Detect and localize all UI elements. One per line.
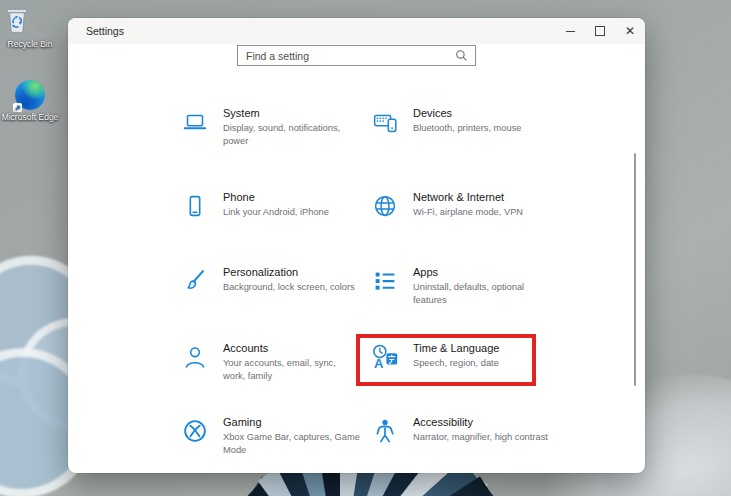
close-button[interactable]: ✕ xyxy=(615,18,645,44)
tile-title: Accessibility xyxy=(413,416,548,428)
tile-subtitle: Background, lock screen, colors xyxy=(223,281,355,294)
minimize-icon xyxy=(566,31,575,32)
paintbrush-icon xyxy=(180,266,210,296)
tile-subtitle: Display, sound, notifications, power xyxy=(223,122,360,148)
settings-search-box xyxy=(237,45,476,66)
tile-title: Apps xyxy=(413,266,550,278)
tile-title: Network & Internet xyxy=(413,191,523,203)
xbox-icon xyxy=(180,416,210,446)
settings-tile-time-language[interactable]: A Time & Language Speech, region, date xyxy=(370,341,550,372)
tile-title: Devices xyxy=(413,107,522,119)
settings-tile-gaming[interactable]: Gaming Xbox Game Bar, captures, Game Mod… xyxy=(180,415,360,457)
tile-title: Time & Language xyxy=(413,342,499,354)
scrollbar[interactable] xyxy=(634,153,636,386)
clock-language-icon: A xyxy=(370,342,400,372)
minimize-button[interactable] xyxy=(555,18,585,44)
edge-logo-icon: ↗ xyxy=(15,80,45,110)
settings-tile-devices[interactable]: Devices Bluetooth, printers, mouse xyxy=(370,106,550,137)
settings-tile-apps[interactable]: Apps Uninstall, defaults, optional featu… xyxy=(370,265,550,307)
tile-subtitle: Your accounts, email, sync, work, family xyxy=(223,357,360,383)
tile-subtitle: Narrator, magnifier, high contrast xyxy=(413,431,548,444)
settings-tile-personalization[interactable]: Personalization Background, lock screen,… xyxy=(180,265,360,296)
desktop-icon-label: Recycle Bin xyxy=(1,39,59,50)
close-icon: ✕ xyxy=(625,25,635,37)
accessibility-person-icon xyxy=(370,416,400,446)
phone-icon xyxy=(180,191,210,221)
desktop-icon-label: Microsoft Edge xyxy=(1,112,59,123)
tile-title: Gaming xyxy=(223,416,360,428)
settings-window: Settings ✕ System Display, s xyxy=(68,18,645,473)
maximize-button[interactable] xyxy=(585,18,615,44)
settings-tile-phone[interactable]: Phone Link your Android, iPhone xyxy=(180,190,360,221)
tile-title: Personalization xyxy=(223,266,355,278)
globe-icon xyxy=(370,191,400,221)
tile-subtitle: Xbox Game Bar, captures, Game Mode xyxy=(223,431,360,457)
tile-subtitle: Uninstall, defaults, optional features xyxy=(413,281,550,307)
tile-subtitle: Link your Android, iPhone xyxy=(223,206,329,219)
keyboard-icon xyxy=(370,107,400,137)
tile-subtitle: Speech, region, date xyxy=(413,357,499,370)
maximize-icon xyxy=(595,26,605,36)
search-input[interactable] xyxy=(238,50,455,62)
settings-tile-network[interactable]: Network & Internet Wi-Fi, airplane mode,… xyxy=(370,190,550,221)
desktop: Recycle Bin ↗ Microsoft Edge Settings ✕ xyxy=(0,0,731,496)
window-titlebar[interactable]: Settings ✕ xyxy=(68,18,645,44)
tile-subtitle: Wi-Fi, airplane mode, VPN xyxy=(413,206,523,219)
window-controls: ✕ xyxy=(555,18,645,44)
desktop-icon-microsoft-edge[interactable]: ↗ Microsoft Edge xyxy=(1,80,59,123)
tile-title: Phone xyxy=(223,191,329,203)
tile-title: Accounts xyxy=(223,342,360,354)
settings-tile-accessibility[interactable]: Accessibility Narrator, magnifier, high … xyxy=(370,415,550,446)
recycle-bin-icon xyxy=(1,3,59,37)
apps-list-icon xyxy=(370,266,400,296)
shortcut-arrow-badge: ↗ xyxy=(13,103,22,112)
tile-title: System xyxy=(223,107,360,119)
svg-text:A: A xyxy=(374,356,384,371)
search-icon xyxy=(455,49,468,62)
tile-subtitle: Bluetooth, printers, mouse xyxy=(413,122,522,135)
settings-tile-system[interactable]: System Display, sound, notifications, po… xyxy=(180,106,360,148)
desktop-icon-recycle-bin[interactable]: Recycle Bin xyxy=(1,3,59,50)
laptop-icon xyxy=(180,107,210,137)
person-icon xyxy=(180,342,210,372)
settings-tile-accounts[interactable]: Accounts Your accounts, email, sync, wor… xyxy=(180,341,360,383)
window-title: Settings xyxy=(86,25,124,37)
